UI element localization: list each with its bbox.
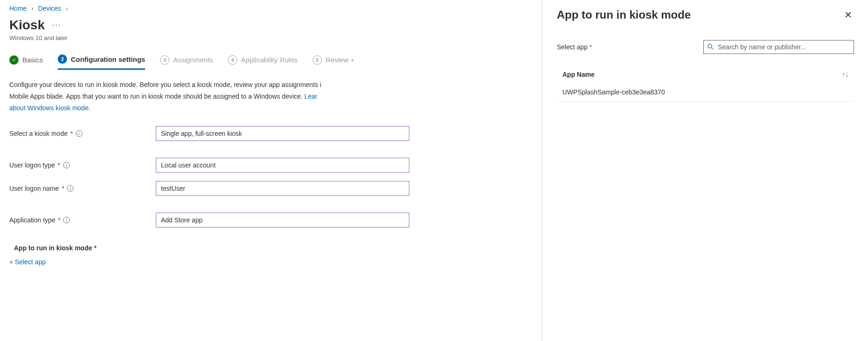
app-type-label: Application type * i — [9, 216, 156, 224]
tab-label: Assignments — [173, 56, 213, 64]
logon-type-select[interactable]: Local user account — [156, 158, 409, 173]
table-header[interactable]: App Name ↑↓ — [557, 71, 854, 83]
description-text: about Windows kiosk mode. — [9, 103, 400, 113]
logon-type-label: User logon type * i — [9, 161, 156, 169]
breadcrumb: Home › Devices › — [9, 5, 542, 12]
tab-label: Review + — [326, 56, 354, 64]
required-indicator: * — [70, 130, 73, 137]
close-icon[interactable]: ✕ — [842, 8, 854, 21]
logon-name-input[interactable] — [156, 181, 409, 196]
tab-label: Basics — [22, 56, 43, 64]
required-indicator: * — [58, 161, 60, 169]
kiosk-mode-label: Select a kiosk mode * i — [9, 130, 156, 137]
wizard-tabs: Basics 2 Configuration settings 3 Assign… — [9, 54, 542, 70]
sort-icon[interactable]: ↑↓ — [842, 71, 848, 78]
info-icon[interactable]: i — [67, 185, 73, 192]
kiosk-mode-select[interactable]: Single app, full-screen kiosk — [156, 126, 409, 141]
learn-more-link[interactable]: Lear — [304, 93, 317, 100]
search-input[interactable] — [703, 40, 854, 54]
search-icon — [707, 43, 714, 50]
page-subtitle: Windows 10 and later — [9, 34, 542, 41]
check-icon — [9, 55, 19, 65]
table-row[interactable]: UWPSplashSample-ceb3e3ea8370 — [557, 83, 854, 102]
chevron-right-icon: › — [31, 5, 33, 12]
description-text: Configure your devices to run in kiosk m… — [9, 80, 400, 90]
side-panel: App to run in kiosk mode ✕ Select app * … — [542, 0, 868, 341]
info-icon[interactable]: i — [63, 217, 70, 223]
chevron-right-icon: › — [66, 5, 68, 12]
panel-title: App to run in kiosk mode — [557, 8, 691, 21]
page-title: Kiosk — [9, 18, 45, 33]
tab-label: Configuration settings — [71, 55, 145, 63]
app-type-select[interactable]: Add Store app — [156, 213, 409, 227]
step-number-icon: 5 — [313, 55, 322, 65]
description-text: Mobile Apps blade. Apps that you want to… — [9, 92, 400, 101]
required-indicator: * — [589, 43, 592, 51]
step-number-icon: 4 — [228, 55, 237, 65]
breadcrumb-devices[interactable]: Devices — [38, 5, 61, 12]
required-indicator: * — [62, 185, 64, 192]
tab-applicability-rules: 4 Applicability Rules — [228, 55, 298, 69]
breadcrumb-home[interactable]: Home — [9, 5, 27, 12]
required-indicator: * — [58, 216, 60, 224]
step-number-icon: 2 — [58, 54, 67, 64]
column-header-app-name: App Name — [562, 71, 594, 78]
svg-point-0 — [708, 44, 712, 48]
tab-assignments: 3 Assignments — [160, 55, 213, 69]
tab-configuration-settings[interactable]: 2 Configuration settings — [58, 54, 145, 70]
select-app-link[interactable]: + Select app — [9, 258, 542, 266]
logon-name-label: User logon name * i — [9, 185, 156, 192]
tab-review: 5 Review + — [313, 55, 354, 69]
required-indicator: * — [94, 244, 96, 252]
tab-label: Applicability Rules — [241, 56, 298, 64]
more-actions-button[interactable]: ··· — [52, 21, 61, 29]
info-icon[interactable]: i — [76, 130, 82, 137]
info-icon[interactable]: i — [63, 162, 70, 168]
svg-line-1 — [711, 47, 713, 49]
tab-basics[interactable]: Basics — [9, 55, 43, 69]
learn-more-link[interactable]: about Windows kiosk mode — [9, 104, 88, 112]
select-app-label: Select app * — [557, 43, 703, 51]
step-number-icon: 3 — [160, 55, 169, 65]
section-heading: App to run in kiosk mode * — [14, 244, 542, 252]
